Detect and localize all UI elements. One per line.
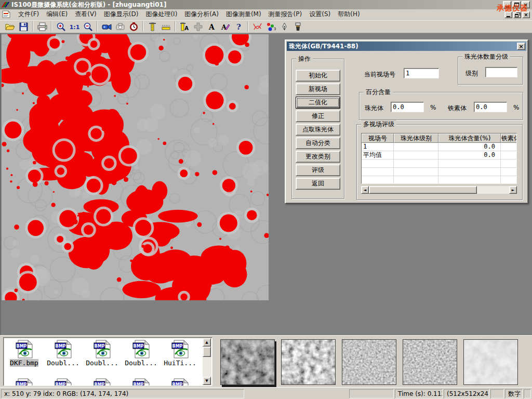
op-button-9[interactable]: 返回 (296, 178, 340, 190)
scroll-right-icon[interactable]: ► (509, 186, 517, 194)
one-to-one-icon[interactable]: 1:1 (68, 21, 81, 32)
table-row[interactable] (362, 176, 516, 184)
file-item-partial[interactable]: BMP (44, 378, 83, 386)
file-list-scrollbar[interactable]: ▲ ▼ (203, 338, 211, 385)
bottom-panel: BMP DKF.bmp BMP Doubl... BMP Doubl... BM… (0, 335, 532, 387)
zoom-out-icon[interactable] (81, 21, 95, 32)
menu-item-2[interactable]: 编辑(E) (43, 9, 71, 20)
scroll-left-icon[interactable]: ◄ (361, 186, 369, 194)
ruler-icon[interactable] (159, 21, 172, 32)
ferrite-unit: % (513, 104, 519, 111)
menu-item-8[interactable]: 测量报告(P) (265, 9, 306, 20)
svg-text:BMP: BMP (94, 344, 104, 349)
table-row[interactable]: 10.0 (362, 143, 516, 151)
pen-tool-icon[interactable] (277, 21, 291, 32)
table-cell: 平均值 (362, 151, 394, 159)
table-cell (362, 176, 394, 184)
pearlite-dialog: 珠光体(GB/T9441-88) × 操作 初始化新视场二值化修正点取珠光体自动… (285, 39, 528, 204)
file-list[interactable]: BMP DKF.bmp BMP Doubl... BMP Doubl... BM… (3, 337, 212, 386)
vendor-watermark: 承德仪器 (497, 4, 528, 13)
pearlite-input[interactable]: 0.0 (391, 102, 424, 112)
file-item-partial[interactable]: BMP (5, 378, 44, 386)
time-status: Time (s): 0.113 (395, 389, 443, 398)
zoom-in-icon[interactable] (54, 21, 68, 32)
table-row[interactable]: 平均值0.0 (362, 151, 516, 159)
table-cell (438, 176, 501, 184)
menu-item-10[interactable]: 帮助(H) (334, 9, 363, 20)
op-button-5[interactable]: 点取珠光体 (296, 124, 340, 136)
file-item-partial[interactable]: BMP (161, 378, 200, 386)
rating-table[interactable]: 视场号珠光体级别珠光体含量(%)铁素体含量(%)10.0平均值0.0 (361, 133, 517, 184)
text-a-icon[interactable]: A (205, 21, 218, 32)
table-cell: 1 (362, 143, 394, 151)
menu-item-3[interactable]: 查看(V) (71, 9, 100, 20)
table-cell (501, 159, 517, 168)
table-row[interactable] (362, 159, 516, 168)
menu-item-6[interactable]: 图像分析(A) (181, 9, 222, 20)
bmp-file-icon: BMP (55, 340, 72, 358)
menu-bar: 文件(F)编辑(E)查看(V)图像显示(D)图像处理(I)图像分析(A)图像测量… (0, 9, 532, 20)
mode-status: 数字 (505, 389, 523, 398)
table-cell (394, 143, 438, 151)
file-item-5[interactable]: BMP HuiTi... (161, 340, 200, 367)
grade-input[interactable] (485, 67, 517, 77)
move-cross-icon[interactable] (191, 21, 205, 32)
file-item-2[interactable]: BMP Doubl... (44, 340, 83, 367)
thumbnail-2[interactable] (281, 339, 336, 385)
menu-item-7[interactable]: 图像测量(M) (222, 9, 265, 20)
text-edit-icon[interactable]: A (218, 21, 232, 32)
file-name: HuiTi... (164, 359, 196, 367)
hscroll-thumb[interactable] (369, 186, 477, 194)
photo-camera-icon[interactable] (113, 21, 127, 32)
ferrite-input[interactable]: 0.0 (474, 102, 507, 112)
dialog-close-icon[interactable]: × (517, 43, 525, 50)
file-name: DKF.bmp (10, 359, 38, 367)
op-button-8[interactable]: 评级 (296, 164, 340, 176)
timer-clock-icon[interactable] (127, 21, 140, 32)
vscroll-thumb[interactable] (203, 347, 211, 357)
op-button-4[interactable]: 修正 (296, 110, 340, 122)
thumbnail-4[interactable] (403, 339, 457, 385)
menu-item-9[interactable]: 设置(S) (305, 9, 334, 20)
toolbar: 1:1 A A A ? (0, 20, 532, 33)
save-icon[interactable] (17, 21, 30, 32)
curve-tool-icon[interactable] (250, 21, 264, 32)
help-icon[interactable]: ? (232, 21, 245, 32)
table-cell: 0.0 (438, 143, 501, 151)
op-button-3[interactable]: 二值化 (296, 97, 340, 109)
table-row[interactable] (362, 168, 516, 176)
thumbnail-5[interactable] (463, 339, 518, 385)
menu-item-1[interactable]: 文件(F) (15, 9, 43, 20)
file-item-partial[interactable]: BMP (122, 378, 161, 386)
table-header-3: 珠光体含量(%) (438, 134, 501, 143)
multi-field-group: 多视场评级 视场号珠光体级别珠光体含量(%)铁素体含量(%)10.0平均值0.0… (356, 124, 523, 200)
video-camera-icon[interactable] (100, 21, 113, 32)
table-hscrollbar[interactable]: ◄ ► (361, 186, 517, 194)
classify-dots-icon[interactable]: 3 (264, 21, 277, 32)
metallographic-image[interactable] (2, 34, 269, 300)
grade-group-label: 珠光体数量分级 (462, 52, 510, 61)
current-field-input[interactable]: 1 (404, 68, 439, 78)
scroll-down-icon[interactable]: ▼ (203, 377, 211, 385)
print-icon[interactable] (35, 21, 49, 32)
brush-tool-icon[interactable] (291, 21, 304, 32)
open-folder-icon[interactable] (3, 21, 17, 32)
document-icon (2, 10, 10, 18)
file-item-1[interactable]: BMP DKF.bmp (5, 340, 44, 367)
op-button-6[interactable]: 自动分类 (296, 137, 340, 149)
op-button-1[interactable]: 初始化 (296, 70, 340, 82)
file-item-4[interactable]: BMP Doubl... (122, 340, 161, 367)
file-item-3[interactable]: BMP Doubl... (83, 340, 122, 367)
menu-item-4[interactable]: 图像显示(D) (100, 9, 142, 20)
thumbnail-1[interactable] (220, 339, 275, 385)
caliper-icon[interactable] (145, 21, 159, 32)
file-item-partial[interactable]: BMP (83, 378, 122, 386)
thumbnail-3[interactable] (342, 339, 396, 385)
dialog-title-bar[interactable]: 珠光体(GB/T9441-88) × (287, 42, 526, 51)
scroll-up-icon[interactable]: ▲ (203, 338, 211, 347)
caliper-text-icon[interactable]: A (178, 21, 191, 32)
svg-text:A: A (220, 23, 227, 31)
op-button-2[interactable]: 新视场 (296, 83, 340, 95)
op-button-7[interactable]: 更改类别 (296, 151, 340, 163)
menu-item-5[interactable]: 图像处理(I) (142, 9, 181, 20)
